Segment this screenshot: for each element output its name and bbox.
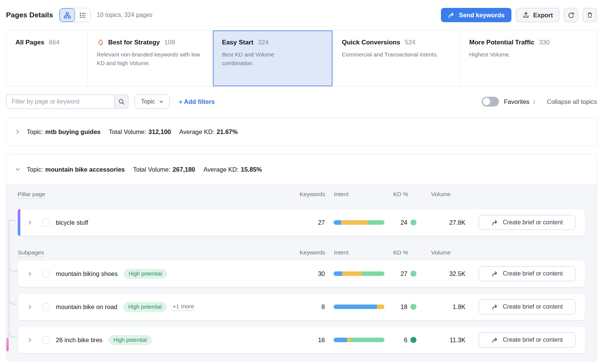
filter-bar-right: Favorites i Collapse all topics	[482, 97, 597, 107]
keywords-value: 30	[298, 270, 325, 277]
search-group	[6, 94, 129, 109]
tree-branch-pillar	[9, 220, 15, 221]
intent-bar	[334, 220, 384, 225]
forward-arrow-icon	[491, 270, 499, 277]
page-name[interactable]: mountain bike on road	[56, 303, 117, 311]
volume-value: 11.3K	[431, 337, 465, 344]
tab-more-potential-traffic[interactable]: More Potential Traffic 330 Highest Volum…	[460, 30, 597, 86]
refresh-button[interactable]	[564, 8, 578, 22]
trash-icon	[586, 12, 593, 18]
strategy-tabs: All Pages 664 Best for Strategy 108 Rele…	[6, 30, 597, 87]
topic-row[interactable]: Topic:mountain bike accessories Total Vo…	[6, 155, 597, 184]
toggle-knob	[483, 98, 490, 105]
kd-value: 6	[384, 337, 416, 344]
column-intent: Intent	[334, 191, 385, 198]
export-icon	[522, 12, 530, 19]
chevron-right-icon[interactable]	[27, 220, 33, 225]
chevron-right-icon[interactable]	[15, 129, 21, 135]
favorites-toggle[interactable]	[482, 97, 499, 107]
list-icon	[79, 12, 86, 19]
row-checkbox[interactable]	[42, 219, 50, 226]
pillar-accent-bar	[18, 209, 20, 236]
create-brief-button[interactable]: Create brief or content	[479, 332, 575, 347]
send-keywords-button[interactable]: Send keywords	[441, 8, 511, 22]
volume-value: 1.8K	[431, 303, 465, 311]
topic-row[interactable]: Topic:mtb buying guides Total Volume:312…	[6, 118, 597, 146]
page-title: Pages Details	[6, 11, 53, 19]
high-potential-badge: High potential	[109, 335, 152, 345]
subpage-row: 26 inch bike tires High potential 16 6 1…	[18, 326, 585, 353]
topic-name: Topic:mtb buying guides	[27, 128, 101, 136]
tab-description: Best KD and Volume combination.	[222, 50, 301, 68]
topics-pages-summary: 10 topics, 324 pages	[97, 12, 153, 18]
topic-average-kd: Average KD:21.67%	[179, 128, 238, 136]
row-checkbox[interactable]	[42, 270, 50, 277]
filter-bar: Topic + Add filters Favorites i Collapse…	[6, 94, 597, 109]
topic-total-volume: Total Volume:312,100	[109, 128, 171, 136]
tab-best-for-strategy[interactable]: Best for Strategy 108 Relevant non-brand…	[88, 30, 213, 86]
intent-bar	[334, 305, 384, 309]
row-checkbox[interactable]	[42, 303, 50, 311]
search-button[interactable]	[114, 94, 129, 109]
create-brief-button[interactable]: Create brief or content	[479, 215, 575, 230]
tree-trunk-accent	[6, 338, 9, 351]
topic-card-mtb-buying-guides: Topic:mtb buying guides Total Volume:312…	[6, 117, 597, 146]
keywords-value: 8	[298, 303, 325, 311]
info-icon[interactable]: i	[533, 99, 535, 105]
topic-pages-section: Pillar page Keywords Intent KD % Volume …	[6, 184, 597, 361]
tab-description: Commercial and Transactional intents.	[342, 50, 451, 59]
row-checkbox[interactable]	[42, 336, 50, 344]
chevron-down-icon[interactable]	[15, 166, 21, 172]
delete-button[interactable]	[583, 8, 597, 22]
view-toggle	[59, 8, 91, 22]
create-brief-button[interactable]: Create brief or content	[479, 266, 575, 281]
refresh-icon	[568, 12, 575, 19]
more-badges-tag[interactable]: +1 more	[173, 303, 194, 311]
collapse-all-topics-link[interactable]: Collapse all topics	[547, 98, 597, 105]
column-kd: KD %	[385, 249, 417, 256]
subpages-label: Subpages	[18, 249, 299, 256]
tree-branch-subpage-3	[9, 327, 18, 338]
flame-icon	[97, 39, 104, 46]
topic-filter-dropdown[interactable]: Topic	[135, 94, 170, 109]
page-name[interactable]: mountain biking shoes	[56, 270, 118, 277]
create-brief-button[interactable]: Create brief or content	[479, 299, 575, 314]
export-button[interactable]: Export	[516, 8, 559, 22]
keywords-value: 16	[298, 337, 325, 344]
kd-dot	[410, 337, 416, 343]
topic-average-kd: Average KD:15.85%	[204, 166, 262, 173]
pillar-page-row: bicycle stuff 27 24 27.8K Create brief o…	[18, 209, 585, 236]
kd-value: 18	[384, 303, 416, 311]
tab-easy-start[interactable]: Easy Start 324 Best KD and Volume combin…	[213, 30, 333, 86]
add-filters-link[interactable]: + Add filters	[179, 98, 214, 105]
subpage-row: mountain bike on road High potential +1 …	[18, 293, 585, 320]
column-keywords: Keywords	[299, 249, 325, 256]
tab-all-pages[interactable]: All Pages 664	[6, 30, 88, 86]
forward-arrow-icon	[491, 219, 499, 226]
subpages-header-row: Subpages Keywords Intent KD % Volume	[18, 245, 585, 260]
tab-description: Highest Volume.	[469, 50, 582, 59]
column-volume: Volume	[431, 249, 466, 256]
keywords-value: 27	[298, 219, 325, 226]
kd-value: 27	[384, 270, 416, 277]
chevron-right-icon[interactable]	[27, 304, 33, 310]
chevron-right-icon[interactable]	[27, 271, 33, 277]
page-name[interactable]: 26 inch bike tires	[56, 337, 103, 344]
forward-arrow-icon	[491, 337, 499, 344]
column-volume: Volume	[431, 191, 466, 198]
tab-quick-conversions[interactable]: Quick Conversions 524 Commercial and Tra…	[333, 30, 460, 86]
tree-branch-subpage-1	[9, 261, 18, 271]
topic-name: Topic:mountain bike accessories	[27, 166, 125, 173]
page-name[interactable]: bicycle stuff	[56, 219, 88, 226]
search-icon	[118, 98, 125, 105]
high-potential-badge: High potential	[124, 269, 167, 279]
tree-view-button[interactable]	[60, 8, 75, 22]
kd-dot	[410, 271, 416, 277]
chevron-right-icon[interactable]	[27, 337, 33, 343]
kd-value: 24	[384, 219, 416, 226]
filter-input[interactable]	[6, 94, 114, 109]
volume-value: 32.5K	[431, 270, 465, 277]
list-view-button[interactable]	[75, 8, 90, 22]
column-kd: KD %	[385, 191, 417, 198]
sitemap-icon	[64, 12, 71, 19]
